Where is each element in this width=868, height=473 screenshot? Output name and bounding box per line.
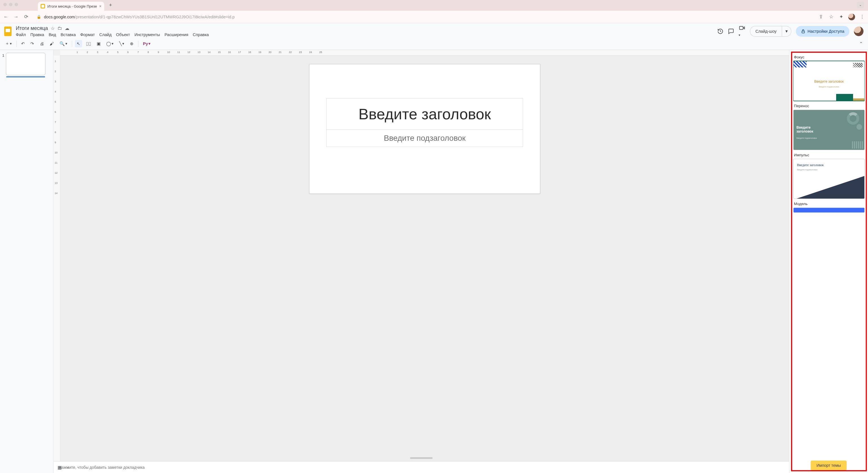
slide-number: 1: [2, 53, 4, 470]
svg-rect-0: [740, 27, 743, 30]
menu-help[interactable]: Справка: [193, 32, 209, 37]
bookmark-star-icon[interactable]: ☆: [828, 14, 834, 20]
theme-card-model[interactable]: [793, 208, 865, 213]
tab-close-icon[interactable]: ×: [99, 4, 101, 8]
lock-icon: 🔒: [37, 15, 41, 19]
canvas-area: 1234567891011121314151617181920212223242…: [54, 50, 789, 473]
menu-file[interactable]: Файл: [16, 32, 26, 37]
image-icon[interactable]: ▣: [95, 40, 102, 48]
speaker-notes[interactable]: Нажмите, чтобы добавить заметки докладчи…: [54, 461, 789, 473]
menu-format[interactable]: Формат: [80, 32, 95, 37]
url-path: /presentation/d/1-qp78zwChWsYUs3B1SUnl12…: [75, 15, 235, 19]
theme-card-impuls[interactable]: Введите заголовок Введите подзаголовок: [793, 159, 865, 199]
move-folder-icon[interactable]: 🗀: [58, 26, 62, 31]
menu-bar: Файл Правка Вид Вставка Формат Слайд Объ…: [16, 32, 209, 37]
slideshow-button[interactable]: Слайд-шоу: [750, 26, 781, 37]
menu-edit[interactable]: Правка: [30, 32, 44, 37]
redo-icon[interactable]: ↷: [29, 40, 36, 48]
tab-title: Итоги месяца - Google Презе: [48, 4, 97, 8]
window-max-icon[interactable]: [14, 3, 18, 6]
window-controls[interactable]: [3, 3, 18, 6]
slide-thumbnail[interactable]: [6, 53, 45, 75]
main-area: 1 12345678910111213141516171819202122232…: [0, 50, 868, 473]
comments-icon[interactable]: [728, 28, 734, 34]
lock-icon: [801, 29, 805, 34]
textbox-icon[interactable]: ⌷⌷: [84, 40, 93, 47]
slideshow-dropdown-icon[interactable]: ▾: [782, 26, 792, 37]
url-host: docs.google.com: [44, 15, 75, 19]
menu-extensions[interactable]: Расширения: [164, 32, 188, 37]
import-theme-label: Импорт темы: [816, 463, 841, 468]
notes-placeholder: Нажмите, чтобы добавить заметки докладчи…: [59, 465, 145, 470]
browser-tab[interactable]: Итоги месяца - Google Презе ×: [38, 2, 104, 11]
toolbar: ＋▾ ↶ ↷ 🖨 🖌 🔍▾ ↖ ⌷⌷ ▣ ◯▾ ╲▾ ⊕ Py ▾ ⌃: [0, 37, 868, 50]
ruler-horizontal: 1234567891011121314151617181920212223242…: [60, 50, 789, 56]
star-icon[interactable]: ☆: [51, 26, 55, 31]
print-icon[interactable]: 🖨: [38, 40, 45, 47]
nav-reload-icon[interactable]: ⟳: [23, 14, 29, 20]
new-tab-button[interactable]: +: [106, 1, 115, 9]
comment-add-icon[interactable]: ⊕: [128, 40, 135, 48]
browser-tab-strip: Итоги месяца - Google Презе × + ⌄: [0, 0, 868, 11]
theme-card-focus[interactable]: Введите заголовок Введите подзаголовок: [793, 61, 865, 101]
url-field[interactable]: 🔒 docs.google.com/presentation/d/1-qp78z…: [33, 13, 814, 21]
doc-title[interactable]: Итоги месяца: [16, 25, 48, 31]
title-placeholder[interactable]: Введите заголовок: [327, 98, 523, 130]
new-slide-button[interactable]: ＋▾: [3, 40, 13, 48]
share-button[interactable]: Настройки Доступа: [796, 26, 849, 37]
subtitle-placeholder[interactable]: Введите подзаголовок: [327, 130, 523, 147]
background-button[interactable]: Py ▾: [141, 40, 152, 47]
window-min-icon[interactable]: [9, 3, 12, 6]
slides-app: Итоги месяца ☆ 🗀 ☁ Файл Правка Вид Встав…: [0, 23, 868, 473]
svg-rect-2: [802, 31, 804, 33]
account-avatar-icon[interactable]: [854, 27, 864, 36]
present-camera-icon[interactable]: ▾: [739, 25, 745, 37]
canvas-scrollbar[interactable]: [410, 457, 433, 459]
paint-format-icon[interactable]: 🖌: [48, 40, 56, 47]
menu-tools[interactable]: Инструменты: [134, 32, 160, 37]
browser-toolbar: ← → ⟳ 🔒 docs.google.com/presentation/d/1…: [0, 11, 868, 23]
nav-forward-icon[interactable]: →: [13, 14, 19, 20]
profile-avatar-icon[interactable]: [848, 13, 855, 20]
cloud-status-icon: ☁: [65, 26, 69, 31]
explore-grid-icon[interactable]: ▦: [58, 465, 62, 470]
ruler-vertical: 1234567891011121314: [54, 56, 60, 461]
window-close-icon[interactable]: [3, 3, 7, 6]
select-tool-icon[interactable]: ↖: [75, 40, 82, 48]
menu-object[interactable]: Объект: [116, 32, 130, 37]
toolbar-collapse-icon[interactable]: ⌃: [858, 40, 865, 48]
extensions-icon[interactable]: ✦: [838, 14, 844, 20]
history-icon[interactable]: [717, 28, 723, 34]
theme-name: Перенос: [794, 104, 865, 108]
theme-card-perenos[interactable]: Введите заголовок Введите подзаголовок: [793, 110, 865, 150]
line-icon[interactable]: ╲▾: [118, 40, 126, 48]
theme-name: Импульс: [794, 153, 865, 157]
slide[interactable]: Введите заголовок Введите подзаголовок: [309, 64, 540, 194]
theme-name: Модель: [794, 202, 865, 206]
slide-canvas[interactable]: Введите заголовок Введите подзаголовок: [60, 56, 789, 461]
slides-logo-icon[interactable]: [3, 26, 13, 36]
app-header: Итоги месяца ☆ 🗀 ☁ Файл Правка Вид Встав…: [0, 23, 868, 37]
share-page-icon[interactable]: ⇪: [818, 14, 824, 20]
filmstrip-collapse-icon[interactable]: ‹: [67, 465, 69, 470]
import-theme-button[interactable]: Импорт темы: [811, 461, 846, 470]
tab-favicon-icon: [40, 4, 45, 8]
slideshow-split-button: Слайд-шоу ▾: [750, 26, 791, 37]
chrome-menu-icon[interactable]: ⋮: [859, 14, 865, 20]
shape-icon[interactable]: ◯▾: [104, 40, 115, 48]
filmstrip[interactable]: 1: [0, 50, 54, 473]
undo-icon[interactable]: ↶: [20, 40, 27, 48]
menu-view[interactable]: Вид: [49, 32, 56, 37]
menu-insert[interactable]: Вставка: [61, 32, 76, 37]
tabs-collapse-icon[interactable]: ⌄: [857, 2, 864, 8]
menu-slide[interactable]: Слайд: [99, 32, 112, 37]
themes-panel: Темы × Фокус Введите заголовок Введите п…: [789, 50, 868, 473]
zoom-icon[interactable]: 🔍▾: [58, 40, 69, 48]
nav-back-icon[interactable]: ←: [3, 14, 9, 20]
theme-name: Фокус: [794, 55, 865, 59]
share-label: Настройки Доступа: [808, 29, 844, 34]
